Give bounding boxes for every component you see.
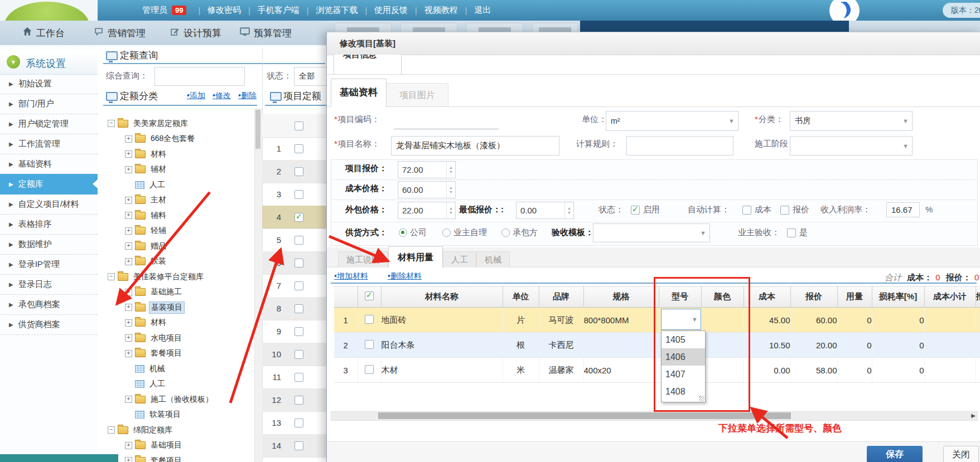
expand-icon[interactable]: +	[125, 227, 132, 235]
notification-badge[interactable]: 99	[172, 6, 186, 15]
min-quote-input[interactable]: 0.00 ▲▼	[516, 202, 574, 219]
spinner-arrows[interactable]: ▲▼	[446, 202, 455, 218]
status-enabled-checkbox[interactable]	[631, 206, 640, 215]
expand-icon[interactable]: +	[125, 135, 132, 143]
sidebar-item-5[interactable]: ▶定额库	[0, 174, 98, 194]
tree-item-17[interactable]: 人工	[125, 377, 167, 392]
expand-icon[interactable]: +	[125, 442, 132, 449]
sidebar-item-1[interactable]: ▶部门/用户	[0, 94, 98, 114]
select-all-checkbox[interactable]	[295, 121, 303, 130]
material-checkbox[interactable]	[365, 365, 374, 374]
row-checkbox[interactable]	[295, 144, 303, 153]
topbar-link-2[interactable]: 浏览器下载	[316, 5, 358, 16]
owner-accept-checkbox[interactable]	[787, 228, 796, 237]
project-row-3[interactable]: 3	[262, 183, 326, 206]
cell-checkbox[interactable]	[358, 308, 381, 333]
expand-icon[interactable]: +	[125, 457, 132, 462]
material-checkbox[interactable]	[365, 315, 374, 324]
tree-item-19[interactable]: 软装项目	[125, 407, 182, 422]
subtab-material-usage[interactable]: 材料用量	[388, 246, 443, 268]
row-checkbox[interactable]	[295, 419, 303, 427]
supply-company-radio[interactable]	[399, 228, 407, 237]
row-checkbox[interactable]	[295, 236, 303, 245]
supply-contractor-radio[interactable]	[501, 228, 510, 237]
header-9[interactable]: 损耗率[%]	[872, 286, 924, 308]
topbar-link-0[interactable]: 修改密码	[207, 5, 241, 16]
cost-input[interactable]: 60.00 ▲▼	[398, 181, 456, 198]
remove-material-link[interactable]: •删除材料	[388, 271, 422, 281]
sidebar-item-11[interactable]: ▶承包商档案	[0, 294, 98, 315]
row-checkbox[interactable]	[295, 281, 303, 290]
tree-item-11[interactable]: +基础施工	[125, 285, 184, 300]
row-checkbox[interactable]	[295, 327, 303, 336]
header-7[interactable]: 报价	[790, 286, 837, 308]
subtab-construction-notes[interactable]: 施工说明	[338, 251, 388, 268]
project-row-1[interactable]: 1	[262, 137, 326, 161]
model-option-1407[interactable]: 1407	[662, 366, 705, 383]
project-row-11[interactable]: 11	[262, 366, 326, 389]
add-material-link[interactable]: •增加材料	[334, 271, 368, 281]
expand-icon[interactable]: +	[125, 212, 132, 219]
topbar-link-5[interactable]: 退出	[474, 5, 491, 16]
sidebar-item-7[interactable]: ▶表格排序	[0, 214, 98, 235]
project-row-2[interactable]: 2	[262, 160, 326, 183]
header-3[interactable]: 规格	[583, 286, 659, 308]
model-combobox[interactable]: ▼	[661, 309, 701, 330]
sidebar-item-6[interactable]: ▶自定义项目/材料	[0, 194, 98, 215]
expand-icon[interactable]: +	[125, 319, 132, 327]
subtab-machinery[interactable]: 机械	[476, 251, 510, 268]
stage-select[interactable]: ▼	[790, 136, 913, 155]
project-row-10[interactable]: 10	[262, 343, 326, 366]
nav-tab-1[interactable]: 营销管理	[94, 21, 146, 45]
sidebar-item-4[interactable]: ▶基础资料	[0, 154, 98, 174]
sidebar-item-12[interactable]: ▶供货商档案	[0, 314, 98, 335]
expand-icon[interactable]: +	[125, 289, 132, 296]
expand-icon[interactable]: +	[125, 197, 132, 204]
category-select[interactable]: 书房 ▼	[790, 111, 913, 131]
expand-icon[interactable]: +	[125, 396, 132, 403]
category-action-2[interactable]: •删除	[238, 91, 257, 101]
cell-checkbox[interactable]	[358, 333, 381, 358]
tree-item-21[interactable]: +基础项目	[125, 438, 184, 453]
project-row-8[interactable]: 8	[262, 297, 326, 320]
tab-project-images[interactable]: 项目图片	[386, 83, 448, 107]
topbar-link-3[interactable]: 使用反馈	[374, 5, 408, 16]
tree-item-22[interactable]: +套餐项目	[125, 453, 184, 462]
spinner-arrows[interactable]: ▲▼	[446, 182, 455, 198]
nav-tab-2[interactable]: 设计预算	[170, 21, 221, 45]
project-row-6[interactable]: 6	[262, 251, 326, 275]
sidebar-item-0[interactable]: ▶初始设置	[0, 74, 98, 94]
material-checkbox[interactable]	[365, 340, 374, 349]
expand-icon[interactable]: +	[125, 304, 132, 311]
spinner-arrows[interactable]: ▲▼	[564, 202, 573, 218]
collapse-icon[interactable]: −	[108, 120, 115, 127]
spinner-arrows[interactable]: ▲▼	[446, 162, 455, 178]
tree-item-18[interactable]: +施工（验收模板）	[125, 392, 215, 407]
tree-item-3[interactable]: +辅材	[125, 162, 168, 177]
nav-tab-3[interactable]: 预算管理	[240, 21, 292, 45]
tree-item-20[interactable]: −绵阳定额库	[108, 422, 174, 437]
collapse-icon[interactable]: −	[108, 426, 115, 434]
template-select[interactable]: ▼	[593, 223, 710, 242]
model-option-1405[interactable]: 1405	[662, 331, 705, 348]
header-8[interactable]: 用量	[837, 286, 872, 308]
row-checkbox[interactable]	[295, 350, 303, 359]
auto-calc-quote-checkbox[interactable]	[780, 206, 789, 215]
expand-icon[interactable]: +	[125, 350, 132, 357]
tab-project-info[interactable]: 项目信息	[334, 55, 402, 74]
tree-item-12[interactable]: +基装项目	[125, 300, 185, 315]
tree-item-15[interactable]: +套餐项目	[125, 346, 184, 361]
expand-icon[interactable]: +	[125, 334, 132, 342]
outsource-input[interactable]: 22.00 ▲▼	[398, 202, 456, 219]
header-0[interactable]: 材料名称	[381, 286, 503, 308]
material-row-3[interactable]: 3木材米温馨家400x200.0058.0000	[334, 358, 980, 383]
project-row-7[interactable]: 7	[262, 274, 326, 298]
expand-icon[interactable]: +	[125, 258, 132, 265]
tree-item-7[interactable]: +轻辅	[125, 223, 168, 239]
sidebar-item-8[interactable]: ▶数据维护	[0, 234, 98, 255]
scroll-right-arrow-icon[interactable]: ▶	[971, 412, 976, 419]
topbar-link-4[interactable]: 视频教程	[424, 5, 458, 16]
category-action-1[interactable]: •修改	[213, 91, 231, 101]
tree-item-0[interactable]: −美美家居定额库	[108, 116, 190, 131]
header-4[interactable]: 型号	[659, 286, 701, 308]
